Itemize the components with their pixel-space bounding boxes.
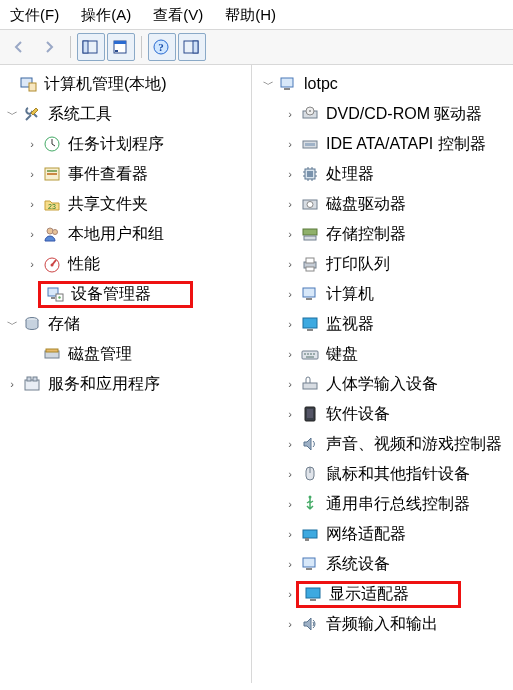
toolbar-properties-button[interactable] xyxy=(107,33,135,61)
tree-shared-folders[interactable]: › 23 共享文件夹 xyxy=(0,189,251,219)
svg-rect-47 xyxy=(306,298,312,300)
svg-rect-51 xyxy=(304,353,306,355)
highlight-box: 显示适配器 xyxy=(296,581,461,608)
tree-label: 设备管理器 xyxy=(69,283,153,306)
toolbar-help-button[interactable]: ? xyxy=(148,33,176,61)
audio-io-icon xyxy=(300,614,320,634)
device-ide[interactable]: › IDE ATA/ATAPI 控制器 xyxy=(252,129,513,159)
chevron-right-icon[interactable]: › xyxy=(282,286,298,302)
device-monitors[interactable]: › 监视器 xyxy=(252,309,513,339)
menu-help[interactable]: 帮助(H) xyxy=(225,6,276,25)
svg-rect-14 xyxy=(47,173,57,175)
device-root[interactable]: ﹀ lotpc xyxy=(252,69,513,99)
tree-local-users-groups[interactable]: › 本地用户和组 xyxy=(0,219,251,249)
tree-event-viewer[interactable]: › 事件查看器 xyxy=(0,159,251,189)
device-processors[interactable]: › 处理器 xyxy=(252,159,513,189)
toolbar-separator xyxy=(141,36,142,58)
device-dvd[interactable]: › DVD/CD-ROM 驱动器 xyxy=(252,99,513,129)
device-manager-icon xyxy=(45,284,65,304)
hid-icon xyxy=(300,374,320,394)
device-disk-drives[interactable]: › 磁盘驱动器 xyxy=(252,189,513,219)
toolbar-separator xyxy=(70,36,71,58)
device-audio-video-game[interactable]: › 声音、视频和游戏控制器 xyxy=(252,429,513,459)
chevron-down-icon[interactable]: ﹀ xyxy=(4,106,20,122)
help-icon: ? xyxy=(151,37,171,57)
chevron-right-icon[interactable]: › xyxy=(24,256,40,272)
svg-rect-48 xyxy=(303,318,317,328)
chevron-right-icon[interactable]: › xyxy=(282,346,298,362)
device-display-adapters[interactable]: › 显示适配器 xyxy=(252,579,513,609)
toolbar-showhide-button[interactable] xyxy=(77,33,105,61)
tree-label: 键盘 xyxy=(324,343,360,366)
cpu-icon xyxy=(300,164,320,184)
chevron-down-icon[interactable]: ﹀ xyxy=(4,316,20,332)
storage-icon xyxy=(22,314,42,334)
device-usb[interactable]: › 通用串行总线控制器 xyxy=(252,489,513,519)
chevron-right-icon[interactable]: › xyxy=(282,466,298,482)
device-computer[interactable]: › 计算机 xyxy=(252,279,513,309)
chevron-right-icon[interactable]: › xyxy=(24,196,40,212)
svg-rect-21 xyxy=(51,297,55,299)
chevron-right-icon[interactable]: › xyxy=(282,166,298,182)
menu-action[interactable]: 操作(A) xyxy=(81,6,131,25)
tools-icon xyxy=(22,104,42,124)
chevron-right-icon[interactable]: › xyxy=(282,496,298,512)
chevron-down-icon[interactable]: ﹀ xyxy=(260,76,276,92)
chevron-right-icon[interactable]: › xyxy=(282,526,298,542)
device-storage-controllers[interactable]: › 存储控制器 xyxy=(252,219,513,249)
toolbar-back-button[interactable] xyxy=(6,33,34,61)
chevron-right-icon[interactable]: › xyxy=(282,556,298,572)
device-mice[interactable]: › 鼠标和其他指针设备 xyxy=(252,459,513,489)
chevron-right-icon[interactable]: › xyxy=(282,406,298,422)
chevron-right-icon[interactable]: › xyxy=(282,316,298,332)
tree-system-tools[interactable]: ﹀ 系统工具 xyxy=(0,99,251,129)
menu-file[interactable]: 文件(F) xyxy=(10,6,59,25)
chevron-right-icon[interactable]: › xyxy=(282,196,298,212)
tree-label: 任务计划程序 xyxy=(66,133,166,156)
shared-folder-icon: 23 xyxy=(42,194,62,214)
chevron-right-icon[interactable]: › xyxy=(24,166,40,182)
tree-device-manager[interactable]: ▶ 设备管理器 xyxy=(0,279,251,309)
left-tree[interactable]: ▶ 计算机管理(本地) ﹀ 系统工具 › 任务计划 xyxy=(0,69,251,399)
svg-rect-3 xyxy=(114,41,126,44)
chevron-right-icon[interactable]: › xyxy=(282,136,298,152)
chevron-right-icon[interactable]: › xyxy=(282,616,298,632)
toolbar-forward-button[interactable] xyxy=(36,33,64,61)
right-tree[interactable]: ﹀ lotpc › DVD/CD-ROM 驱动器 › IDE ATA/ATAPI… xyxy=(252,69,513,639)
svg-rect-13 xyxy=(47,170,57,172)
menu-view[interactable]: 查看(V) xyxy=(153,6,203,25)
svg-rect-63 xyxy=(303,558,315,567)
keyboard-icon xyxy=(300,344,320,364)
svg-rect-62 xyxy=(305,538,309,541)
tree-storage[interactable]: ﹀ 存储 xyxy=(0,309,251,339)
device-hid[interactable]: › 人体学输入设备 xyxy=(252,369,513,399)
chevron-right-icon[interactable]: › xyxy=(282,376,298,392)
chevron-right-icon[interactable]: › xyxy=(24,136,40,152)
chevron-right-icon[interactable]: › xyxy=(282,226,298,242)
chevron-right-icon[interactable]: › xyxy=(24,226,40,242)
device-audio-io[interactable]: › 音频输入和输出 xyxy=(252,609,513,639)
svg-point-19 xyxy=(51,264,54,267)
chevron-right-icon[interactable]: › xyxy=(282,256,298,272)
device-system-devices[interactable]: › 系统设备 xyxy=(252,549,513,579)
svg-rect-4 xyxy=(115,50,118,52)
svg-rect-61 xyxy=(303,530,317,538)
tree-label: 共享文件夹 xyxy=(66,193,150,216)
disk-management-icon xyxy=(42,344,62,364)
device-software-devices[interactable]: › 软件设备 xyxy=(252,399,513,429)
chevron-right-icon[interactable]: › xyxy=(282,106,298,122)
device-network-adapters[interactable]: › 网络适配器 xyxy=(252,519,513,549)
device-print-queues[interactable]: › 打印队列 xyxy=(252,249,513,279)
chevron-right-icon[interactable]: › xyxy=(4,376,20,392)
toolbar-extra-button[interactable] xyxy=(178,33,206,61)
tree-services-apps[interactable]: › 服务和应用程序 xyxy=(0,369,251,399)
chevron-right-icon[interactable]: › xyxy=(282,436,298,452)
tree-disk-management[interactable]: ▶ 磁盘管理 xyxy=(0,339,251,369)
tree-performance[interactable]: › 性能 xyxy=(0,249,251,279)
tree-task-scheduler[interactable]: › 任务计划程序 xyxy=(0,129,251,159)
svg-rect-45 xyxy=(306,267,314,271)
tree-root-computer-management[interactable]: ▶ 计算机管理(本地) xyxy=(0,69,251,99)
mouse-icon xyxy=(300,464,320,484)
disc-drive-icon xyxy=(300,104,320,124)
device-keyboards[interactable]: › 键盘 xyxy=(252,339,513,369)
